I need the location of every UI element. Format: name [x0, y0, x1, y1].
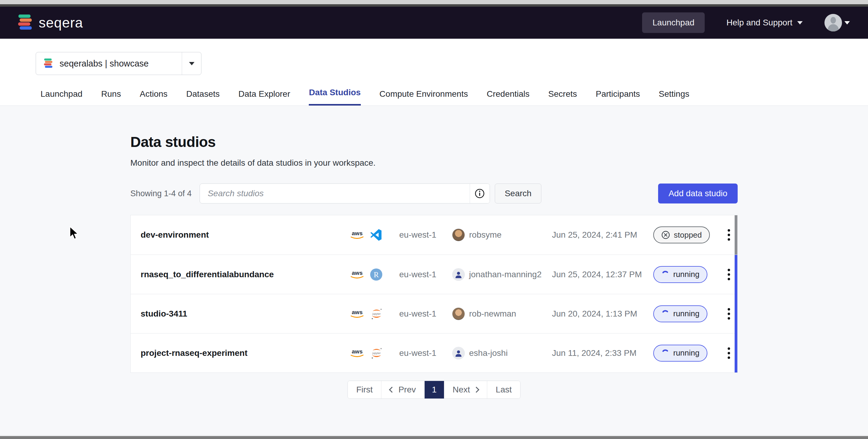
- tab-participants[interactable]: Participants: [596, 89, 640, 105]
- help-label: Help and Support: [726, 18, 793, 28]
- tab-data-explorer[interactable]: Data Explorer: [238, 89, 290, 105]
- user-avatar: [452, 268, 465, 281]
- workspace-selector[interactable]: seqeralabs | showcase: [36, 52, 202, 75]
- spinner-icon: [661, 349, 670, 357]
- pagination-prev-button[interactable]: Prev: [381, 381, 424, 399]
- workspace-tabs: Launchpad Runs Actions Datasets Data Exp…: [0, 88, 868, 105]
- status-badge: running: [653, 345, 707, 362]
- svg-text:jupyter: jupyter: [372, 312, 380, 315]
- tab-credentials[interactable]: Credentials: [487, 89, 530, 105]
- aws-icon: aws: [349, 309, 365, 319]
- tab-launchpad[interactable]: Launchpad: [40, 89, 83, 105]
- stopped-icon: [661, 230, 670, 240]
- user-name: esha-joshi: [469, 348, 508, 358]
- user-cell: rob-newman: [452, 308, 552, 320]
- status-badge: stopped: [653, 226, 710, 243]
- top-navigation-bar: seqera Launchpad Help and Support: [0, 7, 868, 39]
- svg-text:aws: aws: [352, 230, 363, 237]
- workspace-logo-icon: [43, 58, 53, 69]
- jupyter-icon: jupyter: [370, 307, 383, 320]
- status-badge: running: [653, 305, 707, 322]
- table-row[interactable]: project-rnaseq-experiment aws jupyter: [131, 333, 737, 373]
- search-group: [199, 184, 490, 203]
- page-subtitle: Monitor and inspect the details of data …: [130, 158, 738, 168]
- spinner-icon: [661, 310, 670, 318]
- list-toolbar: Showing 1-4 of 4 Search Add data studio: [130, 184, 738, 203]
- pagination-last-button[interactable]: Last: [487, 381, 520, 399]
- pagination-next-button[interactable]: Next: [444, 381, 487, 399]
- studio-name-link[interactable]: rnaseq_to_differentialabundance: [141, 270, 349, 279]
- status-badge: running: [653, 266, 707, 283]
- tab-datasets[interactable]: Datasets: [186, 89, 220, 105]
- table-scrollbar[interactable]: [735, 215, 737, 373]
- user-cell: esha-joshi: [452, 347, 552, 359]
- tab-compute-environments[interactable]: Compute Environments: [379, 89, 468, 105]
- person-icon: [455, 271, 462, 278]
- chevron-down-icon: [844, 21, 850, 25]
- person-icon: [455, 349, 462, 357]
- user-avatar: [452, 347, 465, 359]
- window-bottom-edge: [0, 436, 868, 439]
- scrollbar-thumb[interactable]: [735, 215, 737, 255]
- chevron-left-icon: [389, 387, 395, 393]
- user-avatar: [452, 228, 465, 241]
- window-chrome-strip: [0, 0, 868, 4]
- user-cell: robsyme: [452, 228, 552, 241]
- search-button[interactable]: Search: [495, 184, 542, 203]
- help-and-support-menu[interactable]: Help and Support: [726, 18, 803, 28]
- user-name: jonathan-manning2: [469, 270, 542, 279]
- svg-text:aws: aws: [352, 309, 363, 315]
- launchpad-button[interactable]: Launchpad: [642, 12, 705, 33]
- tab-runs[interactable]: Runs: [101, 89, 121, 105]
- pagination-first-button[interactable]: First: [348, 381, 381, 399]
- tab-settings[interactable]: Settings: [659, 89, 689, 105]
- scrollbar-track-accent: [735, 255, 737, 373]
- profile-avatar: [825, 14, 842, 31]
- aws-icon: aws: [349, 348, 365, 358]
- studio-name-link[interactable]: project-rnaseq-experiment: [141, 348, 349, 358]
- table-row[interactable]: studio-3411 aws jupyter eu-w: [131, 294, 737, 333]
- seqera-brand[interactable]: seqera: [17, 14, 83, 31]
- chevron-right-icon: [473, 387, 479, 393]
- studio-name-link[interactable]: dev-environment: [141, 230, 349, 240]
- page-title: Data studios: [130, 106, 738, 150]
- search-input[interactable]: [200, 184, 470, 203]
- studio-name-link[interactable]: studio-3411: [141, 309, 349, 319]
- pagination: First Prev 1 Next Last: [347, 381, 521, 399]
- info-icon[interactable]: [470, 184, 490, 203]
- table-row[interactable]: dev-environment aws eu-west-1 robsyme: [131, 215, 737, 255]
- region-cell: eu-west-1: [399, 309, 452, 319]
- region-cell: eu-west-1: [399, 230, 452, 240]
- date-cell: Jun 20, 2024, 1:13 PM: [552, 309, 653, 319]
- tab-secrets[interactable]: Secrets: [548, 89, 577, 105]
- rstudio-icon: R: [370, 268, 382, 281]
- workspace-dropdown-toggle[interactable]: [182, 52, 201, 75]
- showing-count: Showing 1-4 of 4: [130, 189, 192, 198]
- region-cell: eu-west-1: [399, 348, 452, 358]
- spinner-icon: [661, 270, 670, 279]
- page-content: Data studios Monitor and inspect the det…: [0, 106, 868, 439]
- svg-text:aws: aws: [352, 348, 363, 355]
- date-cell: Jun 25, 2024, 12:37 PM: [552, 270, 653, 279]
- tab-data-studios[interactable]: Data Studios: [309, 88, 361, 105]
- user-name: robsyme: [469, 230, 501, 240]
- chevron-down-icon: [189, 62, 194, 65]
- seqera-logo-icon: [17, 14, 33, 31]
- date-cell: Jun 11, 2024, 2:33 PM: [552, 348, 653, 358]
- user-cell: jonathan-manning2: [452, 268, 552, 281]
- chevron-down-icon: [797, 21, 803, 25]
- profile-menu[interactable]: [825, 14, 850, 31]
- vscode-icon: [370, 229, 382, 241]
- tab-actions[interactable]: Actions: [140, 89, 167, 105]
- region-cell: eu-west-1: [399, 270, 452, 279]
- user-name: rob-newman: [469, 309, 516, 319]
- brand-name: seqera: [39, 14, 83, 31]
- table-row[interactable]: rnaseq_to_differentialabundance aws R eu…: [131, 255, 737, 294]
- data-studios-table: dev-environment aws eu-west-1 robsyme: [130, 215, 738, 373]
- jupyter-icon: jupyter: [370, 346, 383, 360]
- aws-icon: aws: [349, 230, 365, 240]
- add-data-studio-button[interactable]: Add data studio: [658, 184, 738, 203]
- pagination-current-page[interactable]: 1: [424, 381, 444, 399]
- svg-text:jupyter: jupyter: [372, 352, 380, 355]
- user-avatar: [452, 308, 465, 320]
